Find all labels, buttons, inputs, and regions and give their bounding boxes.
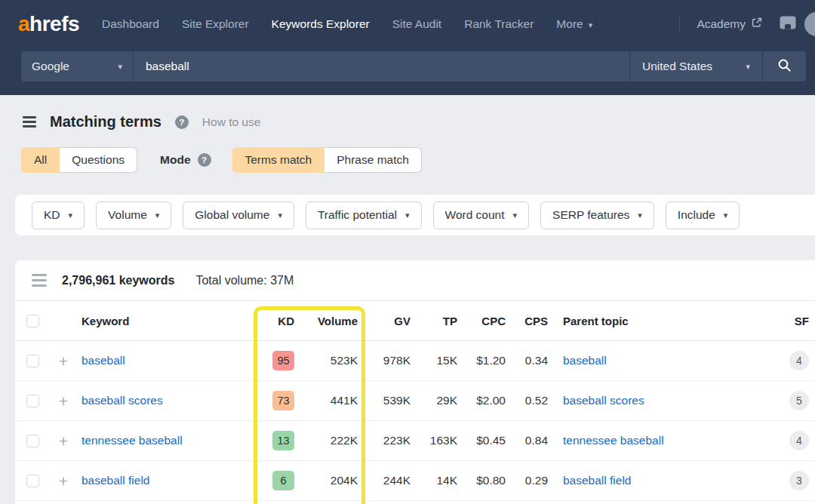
serp-features-badge[interactable]: 4: [789, 351, 809, 370]
serp-features-badge[interactable]: 4: [789, 431, 809, 450]
filter-traffic-potential[interactable]: Traffic potential▾: [306, 201, 422, 229]
page-title: Matching terms: [50, 113, 161, 131]
main-nav: Dashboard Site Explorer Keywords Explore…: [102, 17, 592, 31]
filter-global-volume[interactable]: Global volume▾: [183, 201, 294, 229]
volume-cell: 523K: [294, 354, 358, 367]
table-row: + baseball scores 73 441K 539K 29K $2.00…: [15, 381, 815, 421]
results-card: 2,796,961 keywords Total volume: 37M Key…: [15, 260, 815, 504]
nav-keywords-explorer[interactable]: Keywords Explorer: [272, 17, 370, 31]
keyword-link[interactable]: tennessee baseball: [82, 434, 183, 447]
filter-volume[interactable]: Volume▾: [96, 201, 171, 229]
chevron-down-icon: ▾: [118, 62, 122, 72]
select-all-checkbox[interactable]: [26, 315, 39, 327]
nav-rank-tracker[interactable]: Rank Tracker: [464, 17, 534, 31]
col-gv[interactable]: GV: [358, 315, 411, 327]
nav-site-audit[interactable]: Site Audit: [392, 17, 442, 31]
chevron-down-icon: ▾: [155, 211, 160, 220]
nav-more[interactable]: More▾: [556, 17, 592, 31]
filter-kd-label: KD: [44, 208, 60, 222]
parent-topic-link[interactable]: baseball scores: [563, 394, 644, 407]
col-sf[interactable]: SF: [770, 315, 809, 327]
expand-plus-icon[interactable]: +: [50, 353, 77, 369]
keyword-search-bar: Google ▾ United States ▾: [21, 51, 806, 81]
filter-include[interactable]: Include▾: [666, 201, 740, 229]
avatar[interactable]: [804, 12, 815, 36]
tab-questions[interactable]: Questions: [60, 147, 137, 173]
table-header-row: Keyword KD Volume GV TP CPC CPS Parent t…: [15, 301, 815, 341]
nav-site-explorer[interactable]: Site Explorer: [182, 17, 249, 31]
country-select[interactable]: United States ▾: [629, 51, 762, 81]
keyword-query-input[interactable]: [146, 60, 629, 73]
filter-word-count[interactable]: Word count▾: [433, 201, 530, 229]
search-submit-button[interactable]: [762, 51, 806, 81]
mode-help-icon[interactable]: ?: [198, 153, 211, 167]
expand-plus-icon[interactable]: +: [50, 393, 77, 409]
search-icon: [777, 58, 792, 75]
chevron-down-icon: ▾: [589, 20, 593, 29]
filter-global-volume-label: Global volume: [195, 208, 269, 222]
search-engine-value: Google: [32, 60, 69, 73]
expand-plus-icon[interactable]: +: [50, 433, 77, 449]
filter-volume-label: Volume: [108, 208, 147, 222]
nav-more-label: More: [556, 17, 583, 30]
parent-topic-link[interactable]: baseball field: [563, 474, 631, 487]
table-menu-icon[interactable]: [32, 274, 47, 287]
filter-kd[interactable]: KD▾: [32, 201, 85, 229]
total-volume: Total volume: 37M: [195, 274, 294, 287]
chevron-down-icon: ▾: [69, 211, 73, 220]
match-mode-row: All Questions Mode ? Terms match Phrase …: [21, 147, 815, 173]
col-kd[interactable]: KD: [246, 315, 294, 327]
kd-badge: 73: [272, 391, 294, 410]
filter-bar: KD▾ Volume▾ Global volume▾ Traffic poten…: [15, 195, 815, 235]
keywords-explorer-page: ahrefs Dashboard Site Explorer Keywords …: [0, 0, 815, 504]
col-keyword[interactable]: Keyword: [77, 315, 246, 327]
reports-menu-icon[interactable]: [23, 116, 36, 128]
cps-cell: 0.29: [506, 474, 548, 487]
search-row: Google ▾ United States ▾: [0, 48, 815, 81]
tab-all[interactable]: All: [21, 147, 60, 173]
tp-cell: 15K: [411, 354, 457, 367]
expand-plus-icon[interactable]: +: [50, 473, 77, 489]
keyword-link[interactable]: baseball field: [82, 474, 149, 487]
logo-rest: hrefs: [29, 12, 79, 35]
how-to-use-link[interactable]: How to use: [202, 115, 261, 129]
row-checkbox[interactable]: [26, 355, 39, 367]
tab-terms-match[interactable]: Terms match: [232, 147, 325, 173]
filter-serp-features[interactable]: SERP features▾: [540, 201, 654, 229]
search-engine-select[interactable]: Google ▾: [21, 51, 133, 81]
col-tp[interactable]: TP: [411, 315, 457, 327]
filter-serp-features-label: SERP features: [552, 208, 629, 222]
chevron-down-icon: ▾: [746, 62, 750, 72]
col-cps[interactable]: CPS: [506, 315, 548, 327]
ahrefs-logo[interactable]: ahrefs: [18, 12, 79, 36]
mode-label-wrap: Mode ?: [160, 153, 211, 167]
tab-phrase-match[interactable]: Phrase match: [324, 147, 422, 173]
col-cpc[interactable]: CPC: [457, 315, 506, 327]
mode-label: Mode: [160, 153, 190, 167]
cpc-cell: $1.20: [457, 354, 506, 367]
inbox-tray-icon[interactable]: [779, 14, 797, 34]
serp-features-badge[interactable]: 3: [789, 471, 809, 490]
nav-academy[interactable]: Academy: [697, 17, 762, 31]
nav-right: Academy: [679, 14, 797, 34]
row-checkbox[interactable]: [26, 475, 39, 487]
row-checkbox[interactable]: [26, 395, 39, 407]
serp-features-badge[interactable]: 5: [789, 391, 809, 410]
tp-cell: 29K: [411, 394, 457, 407]
nav-dashboard[interactable]: Dashboard: [102, 17, 159, 31]
kd-badge: 95: [272, 351, 294, 370]
parent-topic-link[interactable]: tennessee baseball: [563, 434, 664, 447]
external-link-icon: [752, 17, 762, 31]
keyword-link[interactable]: baseball: [82, 354, 125, 367]
logo-letter-a: a: [18, 12, 29, 35]
report-heading-row: Matching terms ? How to use: [0, 95, 815, 131]
col-parent-topic[interactable]: Parent topic: [548, 315, 770, 327]
keyword-link[interactable]: baseball scores: [82, 394, 163, 407]
help-circle-icon[interactable]: ?: [175, 115, 189, 129]
row-checkbox[interactable]: [26, 435, 39, 447]
col-volume[interactable]: Volume: [294, 315, 358, 327]
chevron-down-icon: ▾: [638, 211, 642, 220]
country-value: United States: [642, 60, 712, 73]
parent-topic-link[interactable]: baseball: [563, 354, 607, 367]
chevron-down-icon: ▾: [405, 211, 410, 220]
